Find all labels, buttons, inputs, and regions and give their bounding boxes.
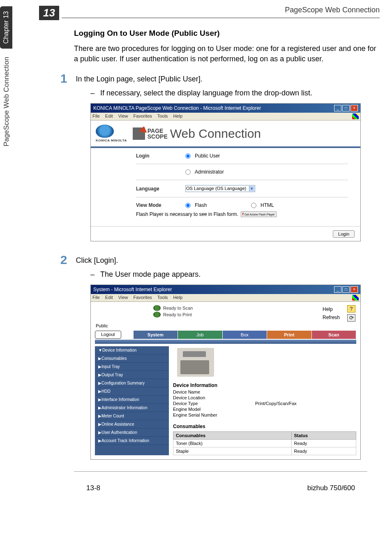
- sidemenu-interface-info[interactable]: ▶Interface Information: [95, 396, 169, 404]
- menu-help[interactable]: Help: [173, 295, 182, 300]
- sidemenu-config-summary[interactable]: ▶Configuration Summary: [95, 379, 169, 387]
- sidemenu-meter-count[interactable]: ▶Meter Count: [95, 412, 169, 420]
- menu-tools[interactable]: Tools: [157, 114, 168, 118]
- sidemenu-consumables[interactable]: ▶Consumables: [95, 354, 169, 363]
- step-number: 2: [53, 253, 74, 267]
- tab-underline: [95, 340, 356, 344]
- sidemenu-user-auth[interactable]: ▶User Authentication: [95, 429, 169, 437]
- table-row: StapleReady: [173, 447, 356, 455]
- menu-view[interactable]: View: [118, 295, 128, 300]
- public-label: Public: [91, 322, 360, 329]
- step-number: 1: [53, 72, 74, 86]
- th-status: Status: [291, 432, 356, 440]
- engine-model-row: Engine Model: [173, 406, 356, 412]
- html-radio[interactable]: [251, 203, 256, 208]
- sidemenu-hdd[interactable]: ▶HDD: [95, 387, 169, 396]
- menu-favorites[interactable]: Favorites: [134, 295, 152, 300]
- ps-title: Web Connection: [170, 127, 261, 140]
- sidemenu-admin-info[interactable]: ▶Administrator Information: [95, 404, 169, 412]
- tab-box[interactable]: Box: [223, 331, 267, 339]
- administrator-radio[interactable]: [185, 169, 191, 175]
- status-scan: Ready to Scan: [163, 306, 193, 310]
- step-text: Click [Login].: [76, 253, 118, 266]
- language-label: Language: [136, 186, 185, 192]
- tab-system[interactable]: System: [134, 331, 178, 339]
- ie-logo-icon: [352, 114, 359, 119]
- chevron-down-icon[interactable]: ▾: [249, 186, 254, 191]
- sidemenu-input-tray[interactable]: ▶Input Tray: [95, 363, 169, 371]
- consumables-table: ConsumablesStatus Toner (Black)Ready Sta…: [173, 431, 356, 455]
- ie-titlebar: KONICA MINOLTA PageScope Web Connection …: [91, 104, 360, 113]
- tab-print[interactable]: Print: [267, 331, 311, 339]
- refresh-icon[interactable]: ⟳: [347, 314, 355, 322]
- device-name-row: Device Name: [173, 389, 356, 395]
- html-text: HTML: [261, 202, 274, 208]
- login-button[interactable]: Login: [333, 230, 355, 238]
- menu-view[interactable]: View: [118, 114, 128, 118]
- menu-favorites[interactable]: Favorites: [134, 114, 152, 118]
- device-image-icon: [177, 348, 214, 377]
- menu-help[interactable]: Help: [173, 114, 182, 118]
- page-number: 13-8: [86, 484, 100, 492]
- sidemenu-output-tray[interactable]: ▶Output Tray: [95, 371, 169, 379]
- login-label: Login: [136, 153, 185, 159]
- model-name: bizhub 750/600: [307, 484, 355, 492]
- status-dot-icon: [153, 312, 161, 317]
- ie-menubar: File Edit View Favorites Tools Help: [91, 294, 360, 302]
- refresh-link[interactable]: Refresh: [323, 315, 340, 320]
- menu-file[interactable]: File: [92, 114, 100, 118]
- pagescope-icon: [133, 127, 145, 140]
- intro-paragraph: There are two procedures for logging on …: [74, 44, 380, 64]
- menu-file[interactable]: File: [92, 295, 100, 300]
- device-type-row: Device TypePrint/Copy/Scan/Fax: [173, 401, 356, 406]
- public-user-radio[interactable]: [185, 153, 191, 159]
- maximize-icon[interactable]: □: [342, 286, 350, 293]
- maximize-icon[interactable]: □: [342, 105, 350, 111]
- th-consumables: Consumables: [173, 432, 292, 440]
- chapter-tab: Chapter 13: [0, 6, 12, 49]
- status-dot-icon: [153, 305, 161, 311]
- menu-edit[interactable]: Edit: [105, 114, 113, 118]
- sidemenu-device-info[interactable]: ▼Device Information: [95, 346, 169, 354]
- table-row: Toner (Black)Ready: [173, 440, 356, 447]
- flash-radio[interactable]: [185, 203, 191, 208]
- tab-scan[interactable]: Scan: [312, 331, 356, 339]
- sidebar-title: PageScope Web Connection: [0, 52, 13, 151]
- menu-tools[interactable]: Tools: [157, 295, 168, 300]
- ie-logo-icon: [352, 295, 359, 301]
- window-title: KONICA MINOLTA PageScope Web Connection …: [93, 105, 261, 111]
- status-print: Ready to Print: [163, 312, 192, 317]
- chapter-number-badge: 13: [39, 6, 59, 20]
- ie-titlebar: System - Microsoft Internet Explorer _ □…: [91, 285, 360, 294]
- system-screenshot: System - Microsoft Internet Explorer _ □…: [90, 285, 361, 460]
- help-link[interactable]: Help: [323, 306, 340, 312]
- minimize-icon[interactable]: _: [334, 286, 341, 293]
- minimize-icon[interactable]: _: [334, 105, 341, 111]
- menu-edit[interactable]: Edit: [105, 295, 113, 300]
- tab-job[interactable]: Job: [178, 331, 222, 339]
- sidemenu: ▼Device Information ▶Consumables ▶Input …: [95, 346, 169, 455]
- help-icon[interactable]: ?: [347, 305, 355, 313]
- step-subitem: –If necessary, select the display langua…: [90, 89, 380, 97]
- step-text: In the Login page, select [Public User].: [76, 72, 202, 84]
- konica-minolta-logo-icon: [96, 125, 114, 138]
- close-icon[interactable]: ×: [350, 105, 358, 111]
- flash-player-badge[interactable]: fGet Adobe Flash Player: [241, 211, 277, 217]
- device-info-heading: Device Information: [173, 381, 356, 389]
- flash-text: Flash: [195, 202, 207, 208]
- ie-menubar: File Edit View Favorites Tools Help: [91, 113, 360, 120]
- close-icon[interactable]: ×: [350, 286, 358, 293]
- public-user-text: Public User: [195, 153, 220, 159]
- sidemenu-account-track[interactable]: ▶Account Track Information: [95, 437, 169, 445]
- consumables-heading: Consumables: [173, 422, 356, 430]
- brand-text: KONICA MINOLTA: [96, 139, 127, 142]
- flash-note: Flash Player is necessary to see in Flas…: [136, 211, 238, 217]
- engine-serial-row: Engine Serial Number: [173, 412, 356, 418]
- ps-scope-label: SCOPE: [148, 134, 168, 139]
- sidemenu-online-assistance[interactable]: ▶Online Assistance: [95, 420, 169, 429]
- logout-button[interactable]: Logout: [95, 331, 121, 339]
- device-location-row: Device Location: [173, 395, 356, 401]
- language-select[interactable]: OS Language (OS Language)▾: [185, 185, 255, 192]
- page-header-title: PageScope Web Connection: [62, 6, 380, 18]
- step-subitem: –The User mode page appears.: [90, 270, 380, 279]
